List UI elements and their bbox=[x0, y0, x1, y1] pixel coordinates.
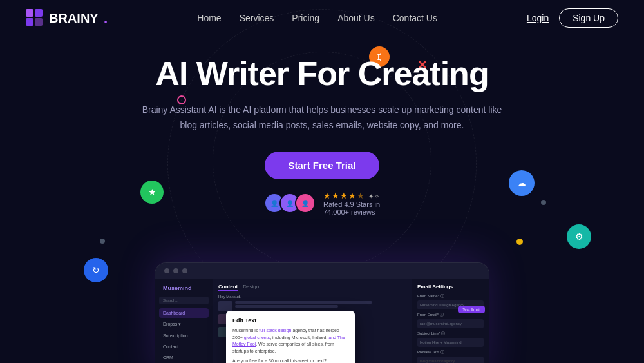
hero-section: AI Writer For Creating Brainy Assistant … bbox=[0, 36, 644, 216]
star-rating: ★★★★★ ✦✧ bbox=[323, 191, 380, 201]
db-line-1b bbox=[235, 305, 338, 308]
db-dot-1 bbox=[164, 268, 169, 273]
db-brand: Musemind bbox=[159, 284, 209, 293]
logo-icon bbox=[26, 9, 44, 27]
db-body: Musemind Search... Dashboard Dropss ▾ Su… bbox=[155, 279, 489, 363]
nav-home[interactable]: Home bbox=[197, 13, 221, 23]
db-sidebar-subscription: Subscription bbox=[159, 331, 209, 340]
db-preview-text: rael@musemind.agency bbox=[417, 357, 484, 363]
float-yellow-dot bbox=[516, 239, 523, 245]
db-settings-title: Email Settings bbox=[417, 284, 484, 289]
svg-rect-2 bbox=[26, 18, 33, 26]
nav-links: Home Services Pricing About Us Contact U… bbox=[197, 13, 437, 23]
rating-text: ★★★★★ ✦✧ Rated 4.9 Stars in 74,000+ revi… bbox=[323, 191, 380, 216]
db-tab-design: Design bbox=[243, 284, 259, 291]
db-sidebar-dropss: Dropss ▾ bbox=[159, 319, 209, 329]
nav-pricing[interactable]: Pricing bbox=[292, 13, 319, 23]
db-tab-content: Content bbox=[218, 284, 238, 291]
hero-description: Brainy Assistant AI is the AI platform t… bbox=[135, 103, 509, 133]
db-test-email-button[interactable]: Test Email bbox=[458, 306, 485, 313]
db-tabs: Content Design bbox=[218, 284, 406, 291]
db-topbar bbox=[155, 263, 489, 279]
avatars: 👤 👤 👤 bbox=[264, 193, 316, 213]
db-dot-3 bbox=[182, 268, 187, 273]
db-edit-body: Musemind is full-stack design agency tha… bbox=[232, 328, 348, 355]
db-edit-panel: Edit Text Musemind is full-stack design … bbox=[226, 311, 355, 363]
db-line-1a bbox=[235, 301, 372, 304]
db-settings: Email Settings From Name* ⓘ Musemind Des… bbox=[412, 279, 489, 363]
svg-rect-1 bbox=[35, 9, 43, 17]
db-preview-label: Preview Text ⓘ bbox=[417, 349, 484, 355]
login-button[interactable]: Login bbox=[527, 13, 549, 23]
signup-button[interactable]: Sign Up bbox=[559, 8, 618, 28]
nav-actions: Login Sign Up bbox=[527, 8, 618, 28]
db-subject-label: Subject Line* ⓘ bbox=[417, 331, 484, 337]
db-sidebar-contact: Contact bbox=[159, 342, 209, 351]
db-search: Search... bbox=[159, 297, 209, 304]
db-thumb-1 bbox=[218, 301, 232, 311]
float-dot-1 bbox=[100, 239, 105, 244]
nav-contact[interactable]: Contact Us bbox=[393, 13, 437, 23]
ratings-section: 👤 👤 👤 ★★★★★ ✦✧ Rated 4.9 Stars in 74,000… bbox=[0, 191, 644, 216]
nav-services[interactable]: Services bbox=[240, 13, 274, 23]
float-gear-icon: ⚙ bbox=[567, 224, 591, 249]
db-dot-2 bbox=[173, 268, 178, 273]
db-lines-1 bbox=[235, 301, 406, 309]
db-edit-question: Are you free for a 30min call this week … bbox=[232, 358, 348, 363]
dashboard-preview: Musemind Search... Dashboard Dropss ▾ Su… bbox=[155, 262, 489, 363]
brand-name: BRAINY bbox=[49, 11, 99, 26]
hero-title: AI Writer For Creating bbox=[0, 55, 644, 92]
navbar: BRAINY . Home Services Pricing About Us … bbox=[0, 0, 644, 36]
db-sidebar-crm: CRM bbox=[159, 353, 209, 362]
db-from-label: From Name* ⓘ bbox=[417, 293, 484, 299]
brand-dot: . bbox=[104, 9, 108, 27]
float-refresh-icon: ↻ bbox=[84, 258, 108, 282]
db-sidebar-dashboard: Dashboard bbox=[159, 308, 209, 318]
svg-rect-3 bbox=[35, 18, 43, 26]
rating-label: Rated 4.9 Stars in 74,000+ reviews bbox=[323, 201, 380, 216]
nav-about[interactable]: About Us bbox=[337, 13, 375, 23]
db-edit-title: Edit Text bbox=[232, 317, 348, 324]
db-greeting: Hey Maksud. bbox=[218, 295, 406, 299]
logo: BRAINY . bbox=[26, 9, 108, 27]
cta-button[interactable]: Start Free Trial bbox=[265, 152, 379, 179]
db-subject: Notion Hire + Musemind bbox=[417, 338, 484, 347]
svg-rect-0 bbox=[26, 9, 33, 17]
avatar-3: 👤 bbox=[295, 193, 316, 213]
db-sidebar: Musemind Search... Dashboard Dropss ▾ Su… bbox=[155, 279, 213, 363]
db-item-1 bbox=[218, 301, 406, 311]
db-from-email: rael@musemind.agency bbox=[417, 319, 484, 328]
